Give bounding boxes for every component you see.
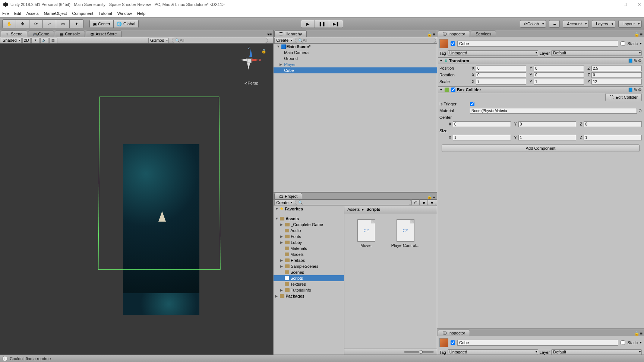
play-button[interactable]: ▶ — [301, 20, 315, 28]
help-icon[interactable]: 📘 — [628, 88, 633, 92]
account-dropdown[interactable]: Account — [563, 20, 589, 28]
folder-textures[interactable]: Textures — [274, 281, 344, 287]
gameobject-name-input[interactable] — [457, 41, 618, 47]
hierarchy-item-ground[interactable]: Ground — [274, 55, 437, 61]
mode-2d-toggle[interactable]: 2D — [22, 38, 31, 43]
search-filter-icon[interactable]: 🏷 — [411, 200, 420, 205]
folder-samplescenes[interactable]: ▶SampleScenes — [274, 263, 344, 269]
position-y[interactable] — [534, 66, 584, 71]
add-component-button[interactable]: Add Component — [442, 145, 640, 152]
tab-console[interactable]: ▤Console — [55, 31, 85, 37]
hierarchy-item-camera[interactable]: Main Camera — [274, 50, 437, 55]
menu-gameobject[interactable]: GameObject — [44, 11, 67, 16]
physic-material-field[interactable] — [470, 108, 637, 114]
move-tool[interactable]: ✥ — [16, 20, 29, 28]
folder-prefabs[interactable]: ▶Prefabs — [274, 257, 344, 263]
project-menu-icon[interactable]: ≡ — [433, 194, 435, 199]
fx-toggle[interactable]: ▤ — [49, 38, 57, 43]
inspector-menu-icon[interactable]: ≡ — [640, 32, 643, 37]
static-checkbox-2[interactable] — [621, 340, 625, 345]
pause-button[interactable]: ❚❚ — [315, 20, 329, 28]
tab-inspector[interactable]: ⓘ Inspector — [438, 31, 470, 37]
folder-scripts[interactable]: Scripts — [274, 275, 344, 281]
maximize-button[interactable]: ☐ — [624, 2, 627, 7]
gameobject-active-checkbox-2[interactable] — [451, 340, 455, 345]
file-mover[interactable]: C# Mover — [350, 219, 382, 248]
scale-tool[interactable]: ⤢ — [43, 20, 56, 28]
position-z[interactable] — [591, 66, 642, 71]
lock-icon[interactable]: 🔒 — [261, 49, 266, 54]
tab-hierarchy[interactable]: ☰ Hierarchy — [274, 31, 307, 37]
collab-dropdown[interactable]: ⟳ Collab — [520, 20, 546, 28]
assets-root-row[interactable]: ▼Assets — [274, 216, 344, 222]
menu-tutorial[interactable]: Tutorial — [98, 11, 112, 16]
static-checkbox[interactable] — [621, 41, 625, 46]
center-x[interactable] — [453, 121, 511, 127]
hierarchy-lock-icon[interactable]: 🔒 — [427, 32, 432, 37]
center-y[interactable] — [518, 121, 577, 127]
close-button[interactable]: ✕ — [638, 2, 641, 7]
scene-viewport[interactable]: 🔒 z x ≺Persp — [0, 44, 273, 355]
rotate-tool[interactable]: ⟳ — [29, 20, 43, 28]
rect-tool[interactable]: ▭ — [56, 20, 70, 28]
hand-tool[interactable]: ✋ — [3, 20, 16, 28]
favorites-row[interactable]: ▼★Favorites — [274, 206, 344, 212]
project-tree[interactable]: ▼★Favorites ▼Assets ▶_Complete-Game Audi… — [274, 206, 344, 355]
menu-assets[interactable]: Assets — [26, 11, 39, 16]
scene-search[interactable]: 🔍All — [172, 38, 268, 43]
shading-mode-dropdown[interactable]: Shaded — [1, 38, 22, 43]
tab-scene[interactable]: ⌗Scene — [1, 31, 27, 37]
minimize-button[interactable]: — — [609, 2, 613, 7]
orientation-gizmo[interactable]: z x — [236, 47, 262, 73]
lighting-toggle[interactable]: ☀ — [31, 38, 40, 43]
tag-dropdown-2[interactable]: Untagged — [448, 349, 538, 355]
project-create-dropdown[interactable]: Create — [274, 200, 293, 205]
hierarchy-item-cube[interactable]: Cube — [274, 67, 437, 73]
thumbnail-size-slider[interactable] — [344, 349, 437, 355]
gameobject-name-input-2[interactable] — [457, 340, 618, 346]
gear-icon[interactable]: ⚙ — [638, 88, 642, 92]
search-type-icon[interactable]: ◆ — [420, 200, 428, 205]
size-x[interactable] — [453, 135, 511, 140]
layer-dropdown[interactable]: Default — [551, 50, 642, 56]
hierarchy-panel[interactable]: ▼🟦 Main Scene* Main Camera Ground ▶Playe… — [274, 44, 437, 192]
audio-toggle[interactable]: 🔈 — [40, 38, 48, 43]
position-x[interactable] — [476, 66, 526, 71]
inspector-lock-icon[interactable]: 🔒 — [634, 32, 640, 37]
project-breadcrumb[interactable]: Assets ▸ Scripts — [344, 206, 437, 213]
inspector2-lock-icon[interactable]: 🔒 — [634, 331, 640, 336]
folder-models[interactable]: Models — [274, 251, 344, 257]
gameobject-icon[interactable] — [439, 338, 448, 347]
file-playercontrol[interactable]: C# PlayerControl... — [389, 219, 421, 248]
layout-dropdown[interactable]: Layout — [618, 20, 642, 28]
layer-dropdown-2[interactable]: Default — [551, 349, 642, 355]
tab-services[interactable]: Services — [471, 31, 496, 37]
perspective-label[interactable]: ≺Persp — [244, 81, 258, 86]
center-pivot-button[interactable]: ▣ Center — [90, 20, 114, 28]
global-local-button[interactable]: 🌐 Global — [114, 20, 138, 28]
inspector2-menu-icon[interactable]: ≡ — [640, 331, 643, 336]
gameobject-icon[interactable] — [439, 39, 448, 48]
scale-y[interactable] — [534, 79, 584, 85]
reset-icon[interactable]: ↻ — [634, 88, 637, 92]
step-button[interactable]: ▶❚ — [329, 20, 343, 28]
hierarchy-create-dropdown[interactable]: Create — [274, 38, 293, 43]
object-picker-icon[interactable]: ⊙ — [638, 108, 642, 113]
hierarchy-scene-row[interactable]: ▼🟦 Main Scene* — [274, 44, 437, 50]
gizmos-dropdown[interactable]: Gizmos — [148, 38, 169, 43]
is-trigger-checkbox[interactable] — [470, 102, 474, 106]
tab-game[interactable]: 🎮Game — [28, 31, 54, 37]
hierarchy-search[interactable]: 🔍All — [295, 38, 436, 43]
project-grid[interactable]: C# Mover C# PlayerControl... — [344, 213, 437, 349]
help-icon[interactable]: 📘 — [628, 58, 633, 63]
folder-lobby[interactable]: ▶Lobby — [274, 239, 344, 245]
hierarchy-menu-icon[interactable]: ≡ — [433, 32, 435, 37]
folder-tutorialinfo[interactable]: ▶TutorialInfo — [274, 287, 344, 293]
tag-dropdown[interactable]: Untagged — [448, 50, 538, 56]
menu-window[interactable]: Window — [117, 11, 132, 16]
layers-dropdown[interactable]: Layers — [592, 20, 615, 28]
rotation-x[interactable] — [476, 72, 526, 78]
menu-component[interactable]: Component — [72, 11, 93, 16]
center-z[interactable] — [584, 121, 642, 127]
folder-materials[interactable]: Materials — [274, 245, 344, 251]
